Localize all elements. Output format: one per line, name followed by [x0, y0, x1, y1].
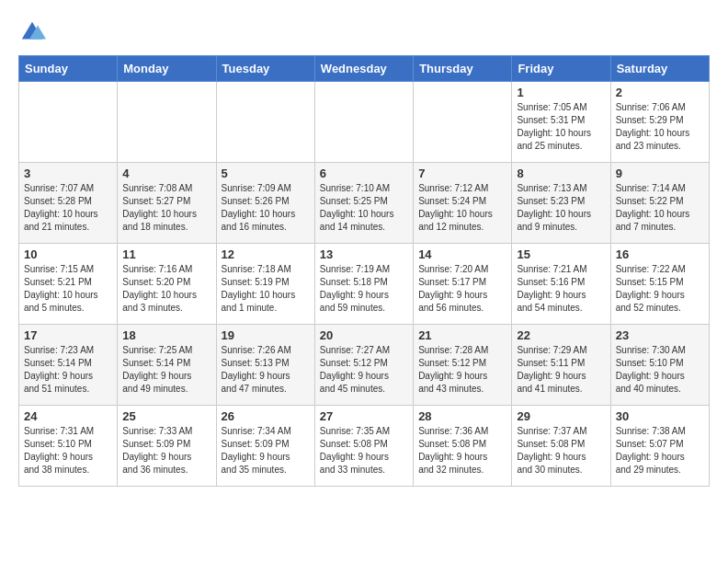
calendar-cell: 16Sunrise: 7:22 AM Sunset: 5:15 PM Dayli…: [610, 244, 709, 325]
day-number: 17: [24, 328, 112, 342]
day-number: 26: [222, 409, 310, 423]
day-number: 16: [616, 247, 704, 261]
day-info: Sunrise: 7:20 AM Sunset: 5:17 PM Dayligh…: [418, 263, 506, 315]
day-info: Sunrise: 7:10 AM Sunset: 5:25 PM Dayligh…: [320, 182, 408, 234]
day-number: 12: [222, 247, 310, 261]
day-number: 4: [122, 167, 210, 180]
day-number: 6: [320, 167, 408, 180]
calendar-week-1: 1Sunrise: 7:05 AM Sunset: 5:31 PM Daylig…: [19, 82, 710, 163]
day-info: Sunrise: 7:07 AM Sunset: 5:28 PM Dayligh…: [24, 182, 112, 234]
calendar-cell: 9Sunrise: 7:14 AM Sunset: 5:22 PM Daylig…: [610, 163, 709, 244]
calendar-cell: [314, 82, 413, 163]
calendar-cell: 11Sunrise: 7:16 AM Sunset: 5:20 PM Dayli…: [118, 244, 216, 325]
logo: [18, 18, 50, 46]
calendar-week-2: 3Sunrise: 7:07 AM Sunset: 5:28 PM Daylig…: [19, 163, 710, 244]
calendar-cell: 3Sunrise: 7:07 AM Sunset: 5:28 PM Daylig…: [19, 163, 118, 244]
calendar-cell: 26Sunrise: 7:34 AM Sunset: 5:09 PM Dayli…: [216, 406, 314, 487]
day-info: Sunrise: 7:14 AM Sunset: 5:22 PM Dayligh…: [616, 182, 704, 234]
day-info: Sunrise: 7:34 AM Sunset: 5:09 PM Dayligh…: [222, 425, 310, 477]
day-info: Sunrise: 7:15 AM Sunset: 5:21 PM Dayligh…: [24, 263, 112, 315]
day-info: Sunrise: 7:23 AM Sunset: 5:14 PM Dayligh…: [24, 344, 112, 396]
calendar-cell: 13Sunrise: 7:19 AM Sunset: 5:18 PM Dayli…: [314, 244, 413, 325]
calendar-cell: [216, 82, 314, 163]
day-info: Sunrise: 7:35 AM Sunset: 5:08 PM Dayligh…: [320, 425, 408, 477]
day-info: Sunrise: 7:08 AM Sunset: 5:27 PM Dayligh…: [122, 182, 210, 234]
calendar-cell: 14Sunrise: 7:20 AM Sunset: 5:17 PM Dayli…: [414, 244, 512, 325]
day-info: Sunrise: 7:38 AM Sunset: 5:07 PM Dayligh…: [616, 425, 704, 477]
day-number: 15: [517, 247, 605, 261]
calendar-cell: 12Sunrise: 7:18 AM Sunset: 5:19 PM Dayli…: [216, 244, 314, 325]
page-header: [18, 18, 710, 46]
calendar-cell: 7Sunrise: 7:12 AM Sunset: 5:24 PM Daylig…: [414, 163, 512, 244]
day-info: Sunrise: 7:37 AM Sunset: 5:08 PM Dayligh…: [517, 425, 605, 477]
day-number: 22: [517, 328, 605, 342]
calendar-week-5: 24Sunrise: 7:31 AM Sunset: 5:10 PM Dayli…: [19, 406, 710, 487]
calendar-cell: 6Sunrise: 7:10 AM Sunset: 5:25 PM Daylig…: [314, 163, 413, 244]
weekday-header-sunday: Sunday: [19, 56, 118, 82]
day-number: 1: [517, 86, 605, 99]
calendar-cell: 28Sunrise: 7:36 AM Sunset: 5:08 PM Dayli…: [414, 406, 512, 487]
day-number: 23: [616, 328, 704, 342]
calendar-cell: 4Sunrise: 7:08 AM Sunset: 5:27 PM Daylig…: [118, 163, 216, 244]
day-number: 24: [24, 409, 112, 423]
day-number: 7: [418, 167, 506, 180]
calendar-week-3: 10Sunrise: 7:15 AM Sunset: 5:21 PM Dayli…: [19, 244, 710, 325]
day-number: 11: [122, 247, 210, 261]
day-number: 13: [320, 247, 408, 261]
day-number: 2: [616, 86, 704, 99]
day-info: Sunrise: 7:16 AM Sunset: 5:20 PM Dayligh…: [122, 263, 210, 315]
day-info: Sunrise: 7:28 AM Sunset: 5:12 PM Dayligh…: [418, 344, 506, 396]
calendar-cell: 19Sunrise: 7:26 AM Sunset: 5:13 PM Dayli…: [216, 325, 314, 406]
calendar-cell: 8Sunrise: 7:13 AM Sunset: 5:23 PM Daylig…: [512, 163, 610, 244]
day-number: 14: [418, 247, 506, 261]
weekday-header-wednesday: Wednesday: [314, 56, 413, 82]
day-number: 25: [122, 409, 210, 423]
calendar-cell: 5Sunrise: 7:09 AM Sunset: 5:26 PM Daylig…: [216, 163, 314, 244]
calendar-cell: 22Sunrise: 7:29 AM Sunset: 5:11 PM Dayli…: [512, 325, 610, 406]
day-info: Sunrise: 7:27 AM Sunset: 5:12 PM Dayligh…: [320, 344, 408, 396]
calendar-cell: 10Sunrise: 7:15 AM Sunset: 5:21 PM Dayli…: [19, 244, 118, 325]
day-info: Sunrise: 7:36 AM Sunset: 5:08 PM Dayligh…: [418, 425, 506, 477]
calendar-cell: 23Sunrise: 7:30 AM Sunset: 5:10 PM Dayli…: [610, 325, 709, 406]
day-number: 28: [418, 409, 506, 423]
weekday-header-monday: Monday: [118, 56, 216, 82]
day-info: Sunrise: 7:21 AM Sunset: 5:16 PM Dayligh…: [517, 263, 605, 315]
day-info: Sunrise: 7:06 AM Sunset: 5:29 PM Dayligh…: [616, 101, 704, 153]
day-number: 29: [517, 409, 605, 423]
calendar-cell: 1Sunrise: 7:05 AM Sunset: 5:31 PM Daylig…: [512, 82, 610, 163]
calendar-cell: 29Sunrise: 7:37 AM Sunset: 5:08 PM Dayli…: [512, 406, 610, 487]
day-info: Sunrise: 7:12 AM Sunset: 5:24 PM Dayligh…: [418, 182, 506, 234]
weekday-header-thursday: Thursday: [414, 56, 512, 82]
day-number: 3: [24, 167, 112, 180]
day-number: 30: [616, 409, 704, 423]
day-info: Sunrise: 7:05 AM Sunset: 5:31 PM Dayligh…: [517, 101, 605, 153]
calendar-cell: 25Sunrise: 7:33 AM Sunset: 5:09 PM Dayli…: [118, 406, 216, 487]
calendar-cell: 15Sunrise: 7:21 AM Sunset: 5:16 PM Dayli…: [512, 244, 610, 325]
day-info: Sunrise: 7:31 AM Sunset: 5:10 PM Dayligh…: [24, 425, 112, 477]
day-info: Sunrise: 7:30 AM Sunset: 5:10 PM Dayligh…: [616, 344, 704, 396]
day-info: Sunrise: 7:13 AM Sunset: 5:23 PM Dayligh…: [517, 182, 605, 234]
day-number: 21: [418, 328, 506, 342]
calendar-header-row: SundayMondayTuesdayWednesdayThursdayFrid…: [19, 56, 710, 82]
calendar-cell: 17Sunrise: 7:23 AM Sunset: 5:14 PM Dayli…: [19, 325, 118, 406]
day-number: 9: [616, 167, 704, 180]
calendar-cell: 30Sunrise: 7:38 AM Sunset: 5:07 PM Dayli…: [610, 406, 709, 487]
day-info: Sunrise: 7:26 AM Sunset: 5:13 PM Dayligh…: [222, 344, 310, 396]
calendar-week-4: 17Sunrise: 7:23 AM Sunset: 5:14 PM Dayli…: [19, 325, 710, 406]
calendar-cell: 20Sunrise: 7:27 AM Sunset: 5:12 PM Dayli…: [314, 325, 413, 406]
weekday-header-saturday: Saturday: [610, 56, 709, 82]
calendar-cell: [118, 82, 216, 163]
calendar-cell: 2Sunrise: 7:06 AM Sunset: 5:29 PM Daylig…: [610, 82, 709, 163]
day-number: 20: [320, 328, 408, 342]
calendar-cell: [414, 82, 512, 163]
day-info: Sunrise: 7:18 AM Sunset: 5:19 PM Dayligh…: [222, 263, 310, 315]
day-number: 18: [122, 328, 210, 342]
day-info: Sunrise: 7:22 AM Sunset: 5:15 PM Dayligh…: [616, 263, 704, 315]
day-number: 27: [320, 409, 408, 423]
day-number: 10: [24, 247, 112, 261]
day-info: Sunrise: 7:25 AM Sunset: 5:14 PM Dayligh…: [122, 344, 210, 396]
calendar-cell: 24Sunrise: 7:31 AM Sunset: 5:10 PM Dayli…: [19, 406, 118, 487]
day-info: Sunrise: 7:29 AM Sunset: 5:11 PM Dayligh…: [517, 344, 605, 396]
calendar-cell: [19, 82, 118, 163]
weekday-header-tuesday: Tuesday: [216, 56, 314, 82]
